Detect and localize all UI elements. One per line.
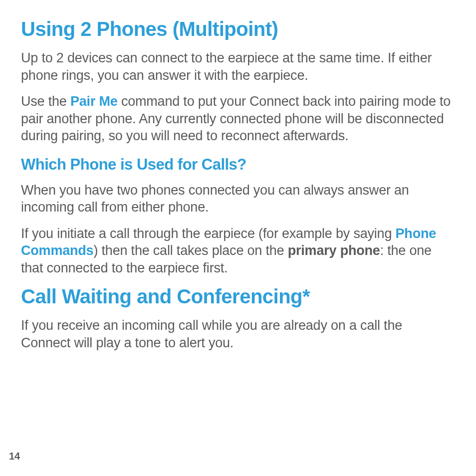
text-span: ) then the call takes place on the bbox=[93, 243, 287, 258]
subheading-which-phone: Which Phone is Used for Calls? bbox=[21, 156, 455, 174]
text-span: Use the bbox=[21, 94, 70, 109]
paragraph: If you receive an incoming call while yo… bbox=[21, 317, 455, 351]
emphasis-primary-phone: primary phone bbox=[288, 243, 380, 258]
heading-call-waiting: Call Waiting and Conferencing* bbox=[21, 285, 455, 308]
text-span: If you initiate a call through the earpi… bbox=[21, 226, 396, 241]
paragraph: When you have two phones connected you c… bbox=[21, 182, 455, 216]
page-number: 14 bbox=[9, 451, 20, 462]
paragraph: If you initiate a call through the earpi… bbox=[21, 225, 455, 277]
command-pair-me: Pair Me bbox=[70, 94, 118, 109]
heading-multipoint: Using 2 Phones (Multipoint) bbox=[21, 18, 455, 40]
paragraph: Use the Pair Me command to put your Conn… bbox=[21, 93, 455, 145]
paragraph: Up to 2 devices can connect to the earpi… bbox=[21, 49, 455, 84]
document-page: Using 2 Phones (Multipoint) Up to 2 devi… bbox=[0, 0, 476, 352]
